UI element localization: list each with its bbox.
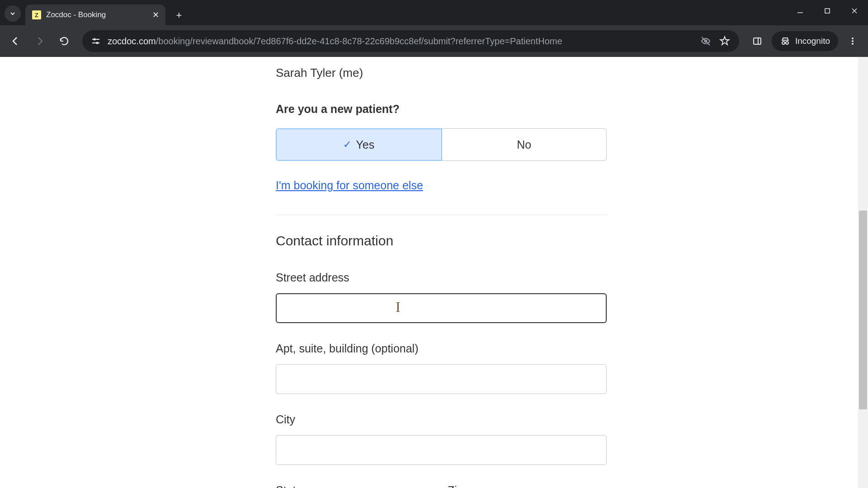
close-tab-button[interactable]: ✕	[152, 10, 159, 20]
no-label: No	[517, 138, 531, 151]
svg-point-16	[852, 43, 854, 45]
new-patient-question: Are you a new patient?	[276, 103, 607, 116]
maximize-button[interactable]	[814, 0, 841, 22]
svg-rect-9	[754, 38, 761, 44]
svg-point-6	[94, 38, 96, 41]
street-address-input[interactable]	[276, 293, 607, 323]
arrow-right-icon	[34, 36, 45, 47]
dots-vertical-icon	[848, 37, 857, 46]
window-controls	[787, 0, 868, 22]
booking-form: Sarah Tyler (me) Are you a new patient? …	[276, 57, 607, 488]
tab-strip: Z Zocdoc - Booking ✕ +	[0, 0, 868, 25]
new-patient-toggle: ✓ Yes No	[276, 128, 607, 161]
scrollbar-track[interactable]	[858, 57, 868, 488]
reload-button[interactable]	[54, 31, 74, 51]
scrollbar-thumb[interactable]	[859, 211, 867, 409]
street-address-label: Street address	[276, 271, 607, 284]
close-icon	[851, 7, 858, 14]
svg-point-11	[782, 42, 785, 44]
incognito-badge[interactable]: Incognito	[772, 31, 838, 51]
check-icon: ✓	[343, 139, 351, 150]
url-text: zocdoc.com/booking/reviewandbook/7ed867f…	[108, 36, 693, 47]
new-tab-button[interactable]: +	[171, 7, 187, 23]
minimize-button[interactable]	[787, 0, 814, 22]
url-path: /booking/reviewandbook/7ed867f6-dd2e-41c…	[156, 36, 562, 46]
svg-rect-1	[825, 9, 830, 13]
no-button[interactable]: No	[442, 128, 607, 161]
reload-icon	[59, 36, 70, 47]
browser-toolbar: zocdoc.com/booking/reviewandbook/7ed867f…	[0, 25, 868, 57]
bookmark-button[interactable]	[718, 35, 731, 47]
eye-off-icon	[700, 36, 711, 47]
arrow-left-icon	[10, 36, 21, 47]
yes-label: Yes	[356, 138, 374, 151]
address-bar[interactable]: zocdoc.com/booking/reviewandbook/7ed867f…	[82, 30, 739, 52]
apt-label: Apt, suite, building (optional)	[276, 342, 607, 355]
tab-title: Zocdoc - Booking	[46, 10, 148, 19]
apt-input[interactable]	[276, 364, 607, 394]
browser-tab[interactable]: Z Zocdoc - Booking ✕	[25, 5, 165, 25]
page-content: Sarah Tyler (me) Are you a new patient? …	[0, 57, 868, 488]
minimize-icon	[797, 7, 804, 14]
svg-point-15	[852, 40, 854, 42]
star-icon	[719, 36, 730, 47]
svg-point-12	[786, 42, 788, 44]
booking-for-else-link[interactable]: I'm booking for someone else	[276, 179, 423, 192]
tune-icon	[91, 36, 101, 46]
side-panel-button[interactable]	[747, 31, 767, 51]
panel-icon	[752, 36, 762, 46]
state-zip-row: State Select Zip	[276, 484, 607, 488]
eye-off-button[interactable]	[699, 35, 712, 47]
url-domain: zocdoc.com	[108, 36, 156, 46]
contact-info-heading: Contact information	[276, 233, 607, 249]
back-button[interactable]	[5, 31, 25, 51]
tab-search-button[interactable]	[5, 5, 21, 22]
incognito-label: Incognito	[795, 36, 830, 46]
chevron-down-icon	[9, 10, 16, 17]
city-input[interactable]	[276, 435, 607, 465]
browser-menu-button[interactable]	[843, 31, 863, 51]
incognito-icon	[780, 36, 791, 47]
section-divider	[276, 215, 607, 215]
zip-label: Zip	[448, 484, 607, 488]
svg-point-7	[96, 42, 99, 44]
close-window-button[interactable]	[841, 0, 868, 22]
tab-favicon: Z	[32, 10, 42, 20]
browser-chrome: Z Zocdoc - Booking ✕ +	[0, 0, 868, 57]
site-info-button[interactable]	[90, 36, 101, 47]
state-label: State	[276, 484, 434, 488]
svg-point-14	[852, 38, 854, 39]
forward-button[interactable]	[30, 31, 50, 51]
patient-name: Sarah Tyler (me)	[276, 66, 607, 80]
maximize-icon	[824, 7, 831, 14]
city-label: City	[276, 413, 607, 426]
yes-button[interactable]: ✓ Yes	[276, 128, 442, 161]
